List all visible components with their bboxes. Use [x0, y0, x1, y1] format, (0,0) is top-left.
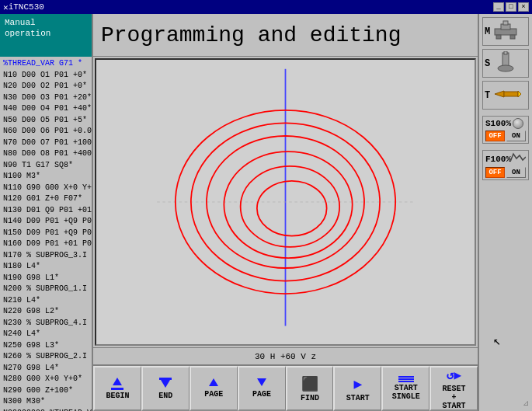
start-single-icon	[398, 376, 414, 382]
page-up-icon	[209, 378, 218, 388]
s-on-button[interactable]: ON	[506, 131, 526, 141]
code-area[interactable]: %THREAD_VAR G71 *N10 D00 O1 P01 +0*N20 D…	[0, 57, 92, 411]
begin-label: BEGIN	[106, 392, 129, 400]
s-off-button[interactable]: OFF	[485, 131, 505, 141]
code-line: N130 D01 Q9 P01 +01 P02 +02*	[3, 205, 89, 217]
code-line: N280 G00 X+0 Y+0*	[3, 374, 89, 385]
title-bar: ✕ iTNC530 _ □ ×	[0, 0, 532, 14]
start-single-label: START SINGLE	[392, 384, 420, 401]
code-line: N190 G98 L1*	[3, 273, 89, 284]
right-panel: M S	[478, 14, 532, 411]
begin-icon	[111, 378, 123, 390]
f-off-button[interactable]: OFF	[485, 167, 505, 178]
svg-rect-10	[503, 21, 508, 25]
code-line: N30 D00 O3 P01 +20*	[3, 92, 89, 104]
status-bar: 30 H +60 V z	[93, 347, 478, 364]
code-line: N220 G98 L2*	[3, 306, 89, 318]
maximize-button[interactable]: □	[506, 2, 516, 12]
s-speed-section: S100% OFF ON	[482, 116, 529, 144]
code-line: N150 D09 P01 +Q9 P02 +0 P03 2*	[3, 228, 89, 239]
page-title: Programming and editing	[101, 23, 401, 47]
code-line: N90 T1 G17 SQ8*	[3, 160, 89, 172]
code-line: N60 D00 O6 P01 +0.001*	[3, 126, 89, 138]
code-line: N200 % SUBPROG_1.I	[3, 284, 89, 295]
main-container: Manual operation %THREAD_VAR G71 *N10 D0…	[0, 14, 532, 411]
code-line: N40 D00 O4 P01 +40*	[3, 103, 89, 115]
code-line: N140 D09 P01 +Q9 P02 +2 P03 1*	[3, 216, 89, 228]
page-down-button[interactable]: PAGE	[238, 366, 286, 411]
f-speed-section: F100% OFF ON	[482, 150, 529, 180]
start-button[interactable]: ▶ START	[333, 366, 381, 411]
code-line: N160 D09 P01 +01 P02 +1 P03 3*	[3, 239, 89, 250]
page-down-icon	[257, 378, 266, 388]
code-line: N250 G98 L3*	[3, 340, 89, 352]
f-toggle-row: OFF ON	[485, 167, 526, 178]
code-line: N270 G98 L4*	[3, 363, 89, 374]
s-speed-knob[interactable]	[513, 118, 523, 129]
start-single-button[interactable]: START SINGLE	[381, 366, 429, 411]
svg-rect-12	[510, 35, 515, 39]
end-button[interactable]: END	[141, 366, 190, 411]
svg-point-14	[498, 65, 513, 71]
start-label: START	[346, 394, 370, 402]
end-icon	[159, 378, 172, 390]
preview-canvas	[96, 60, 475, 344]
begin-button[interactable]: BEGIN	[93, 366, 141, 411]
find-icon: ⬛	[301, 375, 318, 392]
svg-marker-18	[518, 91, 521, 97]
status-text: 30 H +60 V z	[99, 352, 471, 361]
f-speed-label: F100%	[485, 155, 509, 164]
start-icon: ▶	[353, 375, 362, 392]
svg-marker-16	[495, 91, 504, 97]
t-icon	[493, 83, 521, 107]
bottom-toolbar: BEGIN END PAGE	[93, 364, 478, 411]
s-speed-label: S100%	[485, 119, 511, 128]
t-label: T	[485, 90, 490, 101]
reset-start-button[interactable]: ↺▶ RESET + START	[429, 366, 478, 411]
close-button[interactable]: ×	[518, 2, 529, 12]
resize-handle: ⊿	[482, 399, 529, 408]
page-up-label: PAGE	[204, 390, 223, 399]
manual-operation-label: Manual operation	[0, 14, 92, 57]
code-line: N170 % SUBPROG_3.I	[3, 250, 89, 262]
f-on-button[interactable]: ON	[506, 167, 526, 178]
code-line: N10 D00 O1 P01 +0*	[3, 70, 89, 82]
find-label: FIND	[301, 394, 319, 402]
s-label: S	[485, 58, 490, 69]
title-icon: ✕	[3, 2, 9, 12]
code-line: N100 M3*	[3, 171, 89, 183]
find-button[interactable]: ⬛ FIND	[286, 366, 334, 411]
svg-rect-15	[504, 51, 507, 54]
code-line: N290 G00 Z+100*	[3, 385, 89, 397]
reset-start-icon: ↺▶	[447, 367, 461, 383]
reset-start-label: RESET + START	[443, 385, 466, 410]
code-line: N50 D00 O5 P01 +5*	[3, 115, 89, 127]
canvas-area	[95, 58, 476, 346]
page-down-label: PAGE	[252, 390, 271, 399]
code-line: N99999999 %THREAD_VAR G71 *	[3, 408, 89, 412]
t-tool-section: T	[482, 81, 529, 110]
window-title: iTNC530	[9, 2, 493, 12]
m-tool-section: M	[482, 17, 529, 46]
page-up-button[interactable]: PAGE	[190, 366, 238, 411]
code-line: N230 % SUBPROG_4.I	[3, 318, 89, 329]
center-panel: Programming and editing 30 H +60 V z	[93, 14, 478, 411]
svg-point-5	[224, 152, 352, 258]
m-icon	[493, 19, 518, 44]
window-controls[interactable]: _ □ ×	[493, 2, 529, 12]
left-panel: Manual operation %THREAD_VAR G71 *N10 D0…	[0, 14, 93, 411]
svg-rect-17	[504, 92, 518, 96]
f-speed-row: F100%	[485, 152, 526, 165]
code-line: N80 D00 O8 P01 +400*	[3, 148, 89, 160]
svg-rect-11	[496, 35, 501, 39]
code-line: N110 G90 G00 X+0 Y+0 Z+20*	[3, 183, 89, 194]
s-icon	[493, 51, 518, 75]
code-line: %THREAD_VAR G71 *	[3, 58, 89, 70]
code-line: N240 L4*	[3, 329, 89, 340]
code-line: N210 L4*	[3, 295, 89, 307]
s-toggle-row: OFF ON	[485, 131, 526, 141]
end-label: END	[158, 392, 172, 400]
code-line: N180 L4*	[3, 261, 89, 273]
s-tool-section: S	[482, 49, 529, 78]
minimize-button[interactable]: _	[493, 2, 504, 12]
